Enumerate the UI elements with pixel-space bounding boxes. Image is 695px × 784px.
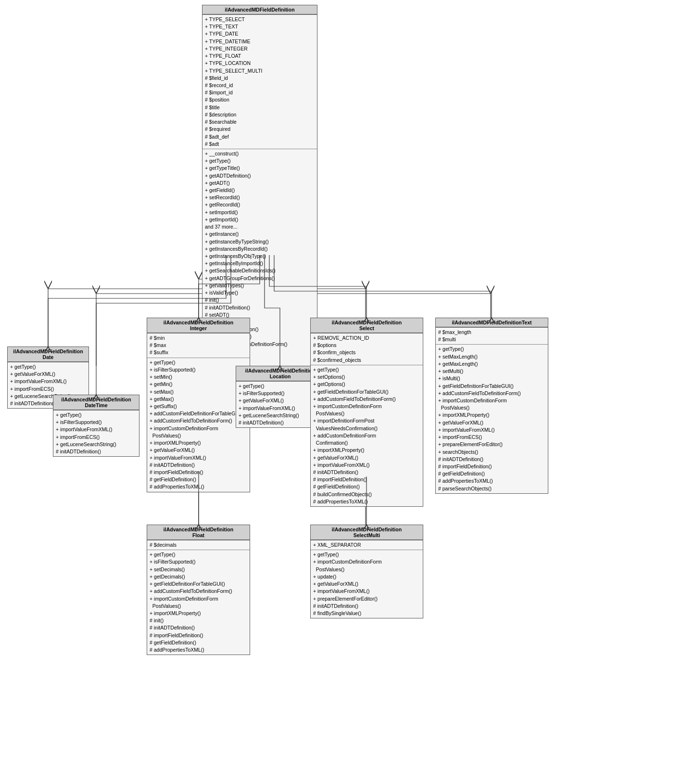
uml-text-fields: # $max_length # $multi — [436, 327, 548, 344]
uml-date-title: ilAdvancedMDFieldDefinitionDate — [8, 347, 88, 362]
uml-main-fields: + TYPE_SELECT + TYPE_TEXT + TYPE_DATE + … — [202, 14, 317, 149]
uml-datetime-class: ilAdvancedMDFieldDefinitionDateTime + ge… — [53, 395, 139, 457]
uml-selectmulti-methods: + getType() + importCustomDefinitionForm… — [311, 550, 423, 618]
uml-integer-title: ilAdvancedMDFieldDefinitionInteger — [147, 318, 250, 333]
uml-text-class: ilAdvancedMDFieldDefinitionText # $max_l… — [435, 318, 548, 494]
diagram-container: ilAdvancedMDFieldDefinition + TYPE_SELEC… — [0, 0, 695, 784]
uml-selectmulti-class: ilAdvancedMDFieldDefinitionSelectMulti +… — [310, 525, 423, 618]
uml-select-fields: + REMOVE_ACTION_ID # $options # $confirm… — [311, 333, 423, 365]
uml-text-title: ilAdvancedMDFieldDefinitionText — [436, 318, 548, 327]
uml-float-title: ilAdvancedMDFieldDefinitionFloat — [147, 525, 250, 540]
uml-select-title: ilAdvancedMDFieldDefinitionSelect — [311, 318, 423, 333]
uml-selectmulti-fields: + XML_SEPARATOR — [311, 540, 423, 550]
uml-select-methods: + getType() + setOptions() + getOptions(… — [311, 365, 423, 506]
uml-integer-class: ilAdvancedMDFieldDefinitionInteger # $mi… — [147, 318, 250, 492]
uml-integer-fields: # $min # $max # $suffix — [147, 333, 250, 358]
uml-float-class: ilAdvancedMDFieldDefinitionFloat # $deci… — [147, 525, 250, 655]
uml-main-title: ilAdvancedMDFieldDefinition — [202, 5, 317, 14]
uml-integer-methods: + getType() + isFilterSupported() + setM… — [147, 358, 250, 492]
uml-selectmulti-title: ilAdvancedMDFieldDefinitionSelectMulti — [311, 525, 423, 540]
uml-float-methods: + getType() + isFilterSupported() + setD… — [147, 550, 250, 655]
uml-float-fields: # $decimals — [147, 540, 250, 550]
uml-datetime-title: ilAdvancedMDFieldDefinitionDateTime — [53, 395, 139, 410]
uml-select-class: ilAdvancedMDFieldDefinitionSelect + REMO… — [310, 318, 423, 507]
uml-datetime-methods: + getType() + isFilterSupported() + impo… — [53, 410, 139, 456]
uml-text-methods: + getType() + setMaxLength() + getMaxLen… — [436, 344, 548, 493]
